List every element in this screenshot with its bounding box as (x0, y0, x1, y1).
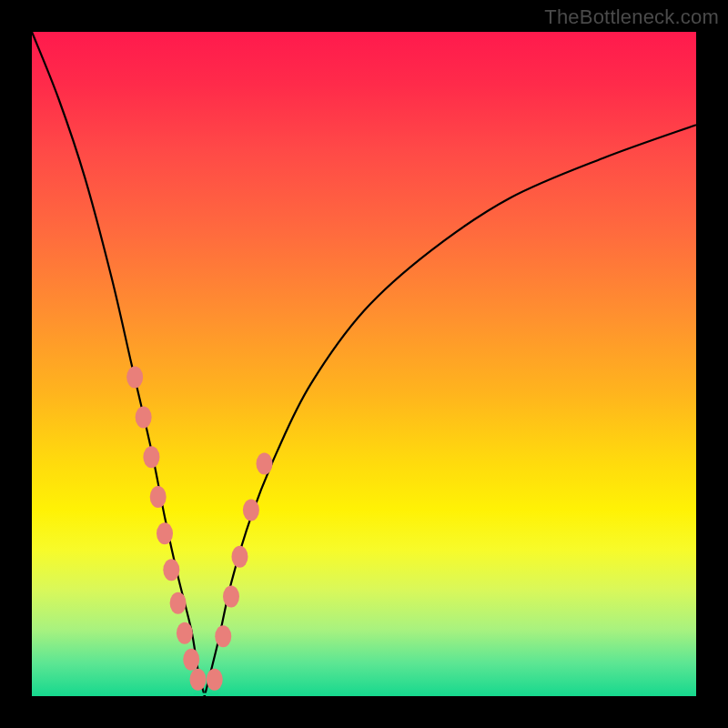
data-point-marker (136, 406, 152, 428)
data-point-marker (143, 446, 159, 468)
watermark-text: TheBottleneck.com (544, 5, 719, 29)
data-point-marker (170, 592, 187, 614)
data-point-marker (183, 649, 199, 671)
curve-right-branch (205, 125, 696, 696)
data-point-marker (157, 522, 173, 544)
outer-frame: TheBottleneck.com (0, 0, 728, 728)
data-point-marker (177, 622, 193, 644)
chart-svg (32, 32, 696, 696)
data-point-marker (150, 486, 167, 508)
marker-group (126, 367, 272, 691)
data-point-marker (231, 546, 248, 568)
data-point-marker (163, 559, 179, 581)
data-point-marker (215, 625, 231, 647)
data-point-marker (126, 367, 143, 389)
data-point-marker (190, 669, 207, 691)
data-point-marker (243, 500, 259, 521)
data-point-marker (207, 669, 223, 691)
data-point-marker (257, 453, 273, 475)
data-point-marker (223, 586, 239, 608)
plot-area (32, 32, 696, 696)
